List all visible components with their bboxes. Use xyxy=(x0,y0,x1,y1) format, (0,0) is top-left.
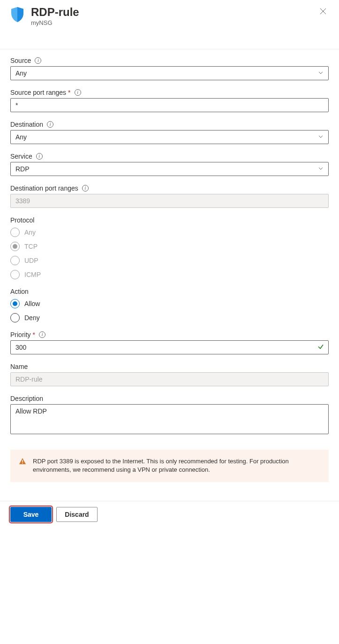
priority-label: Priority xyxy=(10,331,31,338)
destination-select[interactable]: Any xyxy=(10,130,329,144)
warning-icon xyxy=(19,458,26,467)
svg-rect-1 xyxy=(22,463,23,464)
discard-button[interactable]: Discard xyxy=(56,507,98,522)
info-icon[interactable]: i xyxy=(35,57,41,64)
panel-header: RDP-rule myNSG xyxy=(10,6,329,35)
header-divider xyxy=(0,49,339,49)
chevron-down-icon xyxy=(318,165,324,173)
source-port-ranges-label: Source port ranges xyxy=(10,89,66,96)
source-port-ranges-input[interactable] xyxy=(10,98,329,112)
protocol-option-udp: UDP xyxy=(10,256,329,265)
required-marker: * xyxy=(68,89,70,96)
protocol-label: Protocol xyxy=(10,216,34,224)
chevron-down-icon xyxy=(318,133,324,141)
info-icon[interactable]: i xyxy=(75,89,81,96)
info-icon[interactable]: i xyxy=(82,185,89,192)
protocol-radio-group: Any TCP UDP ICMP xyxy=(10,228,329,279)
description-label: Description xyxy=(10,395,43,402)
save-button[interactable]: Save xyxy=(10,507,52,522)
required-marker: * xyxy=(33,331,35,338)
destination-value: Any xyxy=(15,133,27,141)
close-button[interactable] xyxy=(317,6,329,18)
panel-subtitle: myNSG xyxy=(31,19,317,26)
panel-title: RDP-rule xyxy=(31,6,317,19)
source-label: Source xyxy=(10,57,31,64)
protocol-option-any: Any xyxy=(10,228,329,237)
source-value: Any xyxy=(15,69,27,77)
chevron-down-icon xyxy=(318,69,324,77)
panel-footer: Save Discard xyxy=(0,501,339,529)
protocol-option-icmp: ICMP xyxy=(10,270,329,279)
action-radio-group: Allow Deny xyxy=(10,299,329,322)
destination-label: Destination xyxy=(10,121,43,128)
info-icon[interactable]: i xyxy=(39,331,45,338)
svg-rect-0 xyxy=(22,460,23,462)
service-value: RDP xyxy=(15,165,30,173)
name-input xyxy=(10,372,329,386)
name-label: Name xyxy=(10,363,28,370)
destination-port-ranges-label: Destination port ranges xyxy=(10,184,78,192)
shield-icon xyxy=(10,7,24,24)
service-label: Service xyxy=(10,153,32,160)
info-icon[interactable]: i xyxy=(36,153,43,160)
checkmark-icon xyxy=(317,343,324,351)
protocol-option-tcp: TCP xyxy=(10,242,329,251)
action-label: Action xyxy=(10,288,29,295)
warning-text: RDP port 3389 is exposed to the Internet… xyxy=(33,457,320,475)
action-option-allow[interactable]: Allow xyxy=(10,299,329,308)
action-option-deny[interactable]: Deny xyxy=(10,313,329,322)
warning-alert: RDP port 3389 is exposed to the Internet… xyxy=(10,450,329,483)
service-select[interactable]: RDP xyxy=(10,162,329,176)
info-icon[interactable]: i xyxy=(47,121,53,128)
close-icon xyxy=(319,8,327,15)
description-textarea[interactable] xyxy=(10,404,329,434)
priority-input[interactable] xyxy=(10,340,329,354)
destination-port-ranges-input xyxy=(10,194,329,208)
source-select[interactable]: Any xyxy=(10,66,329,80)
